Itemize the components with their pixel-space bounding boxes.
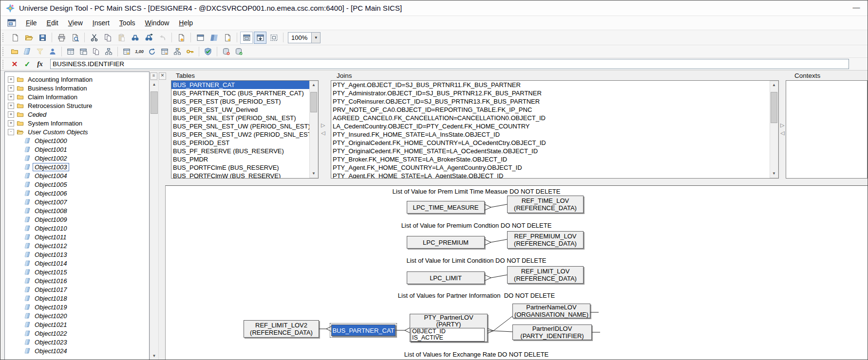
table-box-ref-limit-lov2[interactable]: REF_LIMIT_LOV2(REFERENCE_DATA) xyxy=(244,320,319,338)
table-box-bus-partner-cat[interactable]: BUS_PARTNER_CAT xyxy=(331,324,396,336)
formula-cancel-button[interactable]: ✕ xyxy=(8,60,21,69)
join-list-item[interactable]: PTY_Administrator.OBJECT_ID=SJ_BUS_PRTNR… xyxy=(331,89,770,97)
table-box-lpc-premium[interactable]: LPC_PREMIUM xyxy=(407,236,485,249)
tree-object-item[interactable]: Object1005 xyxy=(5,180,149,189)
slice-mode-button[interactable] xyxy=(208,32,220,44)
join-list-item[interactable]: PTY_Agent.OBJECT_ID=SJ_BUS_PRTNR11.FK_BU… xyxy=(331,81,770,89)
arrange-tables-button[interactable] xyxy=(240,32,253,44)
tree-object-item[interactable]: Object1021 xyxy=(5,320,149,329)
detect-loops-button[interactable] xyxy=(146,46,158,57)
import-universe-button[interactable] xyxy=(220,46,232,57)
column-item[interactable]: IS_ACTIVE xyxy=(412,335,484,341)
tree-folder-ceded[interactable]: + Ceded xyxy=(5,110,149,119)
table-list-item[interactable]: BUS_PMDR xyxy=(171,155,309,163)
tree-object-item[interactable]: Object1009 xyxy=(5,215,149,224)
scroll-down-icon[interactable]: ▼ xyxy=(310,170,318,178)
table-list-item[interactable]: BUS_PARTNER_TOC (BUS_PARTNER_CAT) xyxy=(171,89,309,97)
insert-table-button[interactable] xyxy=(65,46,76,57)
join-list-item[interactable]: PTY_OriginalCedent.FK_HOME_COUNTRY=LA_OC… xyxy=(331,139,770,147)
menu-item[interactable]: View xyxy=(63,17,88,29)
table-list-item[interactable]: BUS_PER_SNL_EST_UW2 (PERIOD_SNL_EST) xyxy=(171,130,309,139)
detect-contexts-button[interactable] xyxy=(171,46,183,57)
scrollbar-thumb[interactable] xyxy=(771,92,777,123)
tree-folder-claim-information[interactable]: + Claim Information xyxy=(5,92,149,101)
formula-validate-button[interactable]: ✓ xyxy=(21,60,34,69)
scrollbar-thumb[interactable] xyxy=(151,91,158,114)
tree-object-item[interactable]: Object1007 xyxy=(5,198,149,206)
table-list-item[interactable]: BUS_PERIOD_EST xyxy=(171,139,309,147)
tree-object-item[interactable]: Object1010 xyxy=(5,224,149,233)
open-button[interactable] xyxy=(22,32,35,44)
join-list-item[interactable]: PTY_Agent.FK_HOME_STATE=LA_AgentState.OB… xyxy=(331,172,770,179)
table-box-ref-time-lov[interactable]: REF_TIME_LOV(REFERENCE_DATA) xyxy=(507,196,584,213)
new-document-button[interactable] xyxy=(9,32,21,44)
contexts-list[interactable] xyxy=(786,80,868,179)
quick-design-wizard-button[interactable] xyxy=(175,32,188,44)
tree-object-item[interactable]: Object1020 xyxy=(5,311,149,320)
tree-object-item[interactable]: Object1024 xyxy=(5,346,149,355)
formula-input[interactable] xyxy=(50,59,849,69)
scrollbar-thumb[interactable] xyxy=(310,92,317,112)
tree-folder-user-custom-objects[interactable]: - User Custom Objects xyxy=(5,127,149,136)
tree-object-item[interactable]: Object1003 xyxy=(5,162,149,171)
insert-condition-button[interactable] xyxy=(34,46,46,57)
menu-item[interactable]: Window xyxy=(140,17,174,29)
join-list-item[interactable]: PTY_Broker.FK_HOME_STATE=LA_BrokerState.… xyxy=(331,155,770,163)
scroll-down-icon[interactable]: ▼ xyxy=(770,170,778,178)
table-values-button[interactable] xyxy=(103,46,114,57)
detect-joins-button[interactable] xyxy=(121,46,132,57)
table-list-item[interactable]: BUS_PORTFClmW (BUS_RESERVE) xyxy=(171,172,309,179)
collapse-left-icon[interactable]: ◁ xyxy=(321,130,325,136)
table-list-item[interactable]: BUS_PER_EST_UW_Derived xyxy=(171,106,309,114)
detect-keys-button[interactable] xyxy=(184,46,196,57)
scroll-up-icon[interactable]: ▲ xyxy=(150,81,158,89)
tree-object-item[interactable]: Object1023 xyxy=(5,338,149,346)
table-list-item[interactable]: BUS_PARTNER_CAT xyxy=(171,81,309,89)
expand-icon[interactable]: + xyxy=(8,111,14,118)
tree-folder-business-information[interactable]: + Business Information xyxy=(5,84,149,92)
print-button[interactable] xyxy=(55,32,68,44)
page-layout-button[interactable] xyxy=(267,32,280,44)
menu-item[interactable]: Edit xyxy=(42,17,63,29)
pin-panel-icon[interactable]: ≡ xyxy=(150,72,157,80)
tree-object-item[interactable]: Object1014 xyxy=(5,259,149,268)
tree-object-item[interactable]: Object1015 xyxy=(5,268,149,276)
minimize-button[interactable]: — xyxy=(845,0,868,16)
tree-object-item[interactable]: Object1017 xyxy=(5,285,149,294)
insert-object-button[interactable] xyxy=(21,46,33,57)
tree-object-item[interactable]: Object1012 xyxy=(5,241,149,250)
join-list-item[interactable]: PTY_OriginalCedent.FK_HOME_STATE=LA_OCed… xyxy=(331,147,770,155)
tree-object-item[interactable]: Object1000 xyxy=(5,136,149,145)
export-universe-button[interactable] xyxy=(233,46,245,57)
expand-icon[interactable]: + xyxy=(8,103,14,109)
tree-object-item[interactable]: Object1022 xyxy=(5,329,149,338)
copy-button[interactable] xyxy=(101,32,114,44)
tree-folder-retrocession-structure[interactable]: + Retrocession Structure xyxy=(5,101,149,110)
tree-object-item[interactable]: Object1019 xyxy=(5,303,149,311)
table-box-pty-partnerlov[interactable]: PTY_PartnerLOV (PARTY) OBJECT_IDIS_ACTIV… xyxy=(410,314,488,342)
join-list-item[interactable]: PRV_NOTE_OF_CA0.OBJECT_ID=REPORTING_TABL… xyxy=(331,106,770,114)
scroll-down-icon[interactable]: ▼ xyxy=(150,352,158,360)
join-list-item[interactable]: PTY_CoReinsurer.OBJECT_ID=SJ_BUS_PRTNR13… xyxy=(331,97,770,106)
check-integrity-button[interactable] xyxy=(202,46,214,57)
tree-object-item[interactable]: Object1006 xyxy=(5,189,149,198)
menu-item[interactable]: Tools xyxy=(114,17,140,29)
insert-derived-table-button[interactable] xyxy=(90,46,102,57)
table-box-ref-premium-lov[interactable]: REF_PREMIUM_LOV(REFERENCE_DATA) xyxy=(507,231,584,249)
save-button[interactable] xyxy=(36,32,49,44)
menu-item[interactable]: Insert xyxy=(88,17,114,29)
table-list-item[interactable]: BUS_PER_EST (BUS_PERIOD_EST) xyxy=(171,97,309,106)
insert-alias-button[interactable] xyxy=(77,46,89,57)
print-preview-button[interactable] xyxy=(69,32,81,44)
zoom-select[interactable]: 100% ▼ xyxy=(288,32,321,43)
scroll-up-icon[interactable]: ▲ xyxy=(310,81,318,89)
tree-object-item[interactable]: Object1001 xyxy=(5,145,149,154)
menu-item[interactable]: Help xyxy=(174,17,198,29)
find-next-button[interactable] xyxy=(142,32,155,44)
table-box-partneridlov[interactable]: PartnerIDLOV(PARTY_IDENTIFIER) xyxy=(512,324,592,340)
expand-icon[interactable]: + xyxy=(8,85,14,91)
menu-item[interactable]: File xyxy=(21,17,42,29)
collapse-right-icon[interactable]: ▷ xyxy=(321,122,325,128)
toolbar-grip[interactable] xyxy=(2,33,6,42)
table-box-partnernamelov[interactable]: PartnerNameLOV(ORGANISATION_NAME) xyxy=(512,304,590,318)
